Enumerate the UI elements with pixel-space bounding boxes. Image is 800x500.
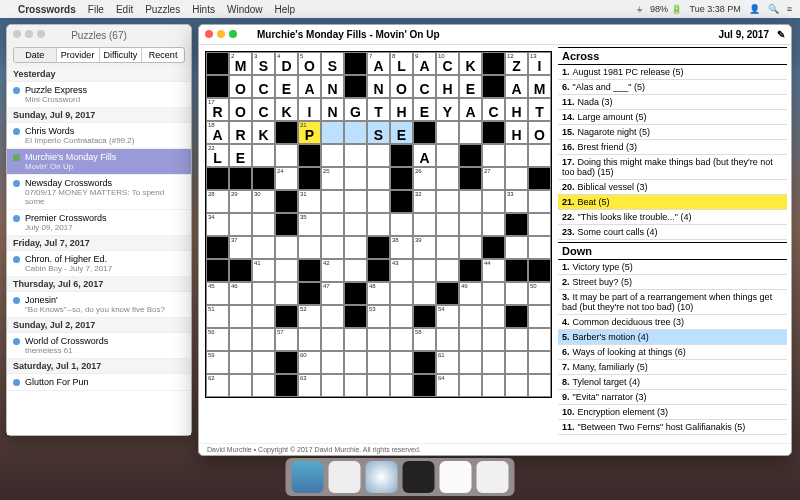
- clue-item[interactable]: 1.August 1981 PC release (5): [558, 65, 787, 80]
- grid-cell[interactable]: [321, 305, 344, 328]
- dock-app-icon[interactable]: [329, 461, 361, 493]
- clue-item[interactable]: 5.Barber's motion (4): [558, 330, 787, 345]
- grid-cell[interactable]: [344, 121, 367, 144]
- grid-cell[interactable]: O: [390, 75, 413, 98]
- grid-cell[interactable]: [367, 144, 390, 167]
- grid-cell[interactable]: [229, 328, 252, 351]
- grid-cell[interactable]: 54: [436, 305, 459, 328]
- grid-cell[interactable]: [390, 328, 413, 351]
- clue-panel[interactable]: Across1.August 1981 PC release (5)6."Ala…: [558, 45, 791, 443]
- grid-cell[interactable]: 31: [298, 190, 321, 213]
- grid-cell[interactable]: E: [390, 121, 413, 144]
- sort-tab-difficulty[interactable]: Difficulty: [100, 48, 143, 62]
- sort-tab-date[interactable]: Date: [14, 48, 57, 62]
- grid-cell[interactable]: [252, 282, 275, 305]
- menu-help[interactable]: Help: [275, 4, 296, 15]
- grid-cell[interactable]: 44: [482, 259, 505, 282]
- grid-cell[interactable]: 63: [298, 374, 321, 397]
- clue-item[interactable]: 11.Nada (3): [558, 95, 787, 110]
- puzzle-list-item[interactable]: Murchie's Monday FillsMovin' On Up: [7, 149, 191, 175]
- grid-cell[interactable]: R: [229, 121, 252, 144]
- grid-cell[interactable]: 22L: [206, 144, 229, 167]
- clue-item[interactable]: 10.Encryption element (3): [558, 405, 787, 420]
- grid-cell[interactable]: [413, 259, 436, 282]
- grid-cell[interactable]: [252, 328, 275, 351]
- grid-cell[interactable]: [459, 351, 482, 374]
- grid-cell[interactable]: A: [505, 75, 528, 98]
- grid-cell[interactable]: A: [459, 98, 482, 121]
- grid-cell[interactable]: [344, 213, 367, 236]
- crossword-grid[interactable]: 2M3S4D5OS7A8L9A10CK12Z13IOCEANNOCHEAM17R…: [205, 51, 552, 398]
- grid-cell[interactable]: 25: [321, 167, 344, 190]
- grid-cell[interactable]: [413, 282, 436, 305]
- grid-cell[interactable]: 59: [206, 351, 229, 374]
- grid-cell[interactable]: [528, 236, 551, 259]
- grid-cell[interactable]: [436, 190, 459, 213]
- grid-cell[interactable]: [321, 374, 344, 397]
- grid-cell[interactable]: 61: [436, 351, 459, 374]
- grid-cell[interactable]: [505, 167, 528, 190]
- grid-cell[interactable]: 58: [413, 328, 436, 351]
- battery-status[interactable]: 98% 🔋: [650, 4, 682, 14]
- grid-cell[interactable]: 53: [367, 305, 390, 328]
- grid-cell[interactable]: [436, 328, 459, 351]
- clue-item[interactable]: 16.Brest friend (3): [558, 140, 787, 155]
- grid-cell[interactable]: O: [528, 121, 551, 144]
- grid-cell[interactable]: N: [321, 98, 344, 121]
- clue-item[interactable]: 2.Street buy? (5): [558, 275, 787, 290]
- grid-cell[interactable]: [367, 351, 390, 374]
- grid-cell[interactable]: [482, 305, 505, 328]
- grid-cell[interactable]: [482, 190, 505, 213]
- grid-cell[interactable]: [459, 305, 482, 328]
- grid-cell[interactable]: 39: [413, 236, 436, 259]
- grid-cell[interactable]: [321, 213, 344, 236]
- grid-cell[interactable]: [367, 190, 390, 213]
- grid-cell[interactable]: [528, 144, 551, 167]
- grid-cell[interactable]: [344, 351, 367, 374]
- menu-file[interactable]: File: [88, 4, 104, 15]
- grid-cell[interactable]: C: [252, 75, 275, 98]
- grid-cell[interactable]: 38: [390, 236, 413, 259]
- clue-item[interactable]: 4.Common deciduous tree (3): [558, 315, 787, 330]
- grid-cell[interactable]: [344, 259, 367, 282]
- grid-cell[interactable]: O: [229, 75, 252, 98]
- grid-cell[interactable]: [321, 190, 344, 213]
- grid-cell[interactable]: 46: [229, 282, 252, 305]
- grid-cell[interactable]: 5O: [298, 52, 321, 75]
- grid-cell[interactable]: 43: [390, 259, 413, 282]
- grid-cell[interactable]: 30: [252, 190, 275, 213]
- clue-item[interactable]: 8.Tylenol target (4): [558, 375, 787, 390]
- grid-cell[interactable]: [390, 305, 413, 328]
- grid-cell[interactable]: [298, 236, 321, 259]
- grid-cell[interactable]: S: [367, 121, 390, 144]
- grid-cell[interactable]: 28: [206, 190, 229, 213]
- grid-cell[interactable]: [321, 121, 344, 144]
- grid-cell[interactable]: 49: [459, 282, 482, 305]
- grid-cell[interactable]: [413, 213, 436, 236]
- grid-cell[interactable]: H: [436, 75, 459, 98]
- grid-cell[interactable]: 41: [252, 259, 275, 282]
- grid-cell[interactable]: K: [459, 52, 482, 75]
- grid-cell[interactable]: [344, 374, 367, 397]
- grid-cell[interactable]: H: [390, 98, 413, 121]
- grid-cell[interactable]: 24: [275, 167, 298, 190]
- dock-trash-icon[interactable]: [477, 461, 509, 493]
- grid-cell[interactable]: [505, 374, 528, 397]
- puzzle-list-item[interactable]: Premier CrosswordsJuly 09, 2017: [7, 210, 191, 236]
- grid-cell[interactable]: 32: [413, 190, 436, 213]
- grid-cell[interactable]: [298, 328, 321, 351]
- clue-item[interactable]: 1.Victory type (5): [558, 260, 787, 275]
- grid-cell[interactable]: [275, 144, 298, 167]
- grid-cell[interactable]: [505, 236, 528, 259]
- grid-cell[interactable]: 57: [275, 328, 298, 351]
- grid-cell[interactable]: [505, 351, 528, 374]
- clue-item[interactable]: 6.Ways of looking at things (6): [558, 345, 787, 360]
- app-menu[interactable]: Crosswords: [18, 4, 76, 15]
- grid-cell[interactable]: [344, 167, 367, 190]
- grid-cell[interactable]: 52: [298, 305, 321, 328]
- grid-cell[interactable]: [344, 236, 367, 259]
- grid-cell[interactable]: [344, 144, 367, 167]
- clue-item[interactable]: 9."Evita" narrator (3): [558, 390, 787, 405]
- notifications-icon[interactable]: ≡: [787, 4, 792, 14]
- puzzle-list-item[interactable]: Chron. of Higher Ed.Cabin Boy - July 7, …: [7, 251, 191, 277]
